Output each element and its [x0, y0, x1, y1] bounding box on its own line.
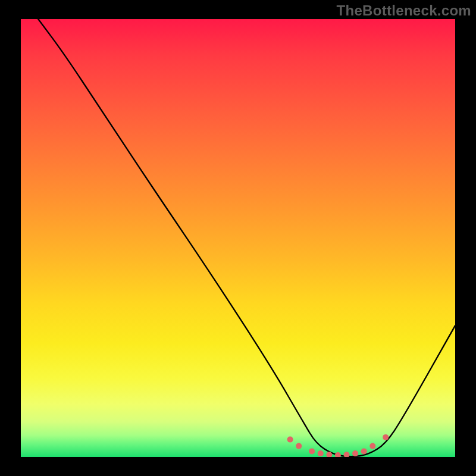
- highlight-dot: [369, 443, 375, 449]
- plot-area: [21, 19, 455, 457]
- highlight-dot: [352, 450, 358, 456]
- highlight-dot: [296, 443, 302, 449]
- watermark-text: TheBottleneck.com: [337, 2, 471, 19]
- chart-frame: TheBottleneck.com: [0, 0, 476, 476]
- bottleneck-curve: [38, 19, 455, 456]
- highlight-dot: [287, 437, 293, 443]
- highlight-dot: [318, 450, 324, 456]
- chart-svg: [21, 19, 455, 457]
- highlight-dot: [383, 434, 389, 440]
- highlight-dot: [335, 452, 341, 457]
- highlight-dot: [361, 448, 367, 454]
- highlight-dot: [344, 452, 350, 457]
- optimal-range-dots: [287, 434, 389, 457]
- highlight-dot: [309, 448, 315, 454]
